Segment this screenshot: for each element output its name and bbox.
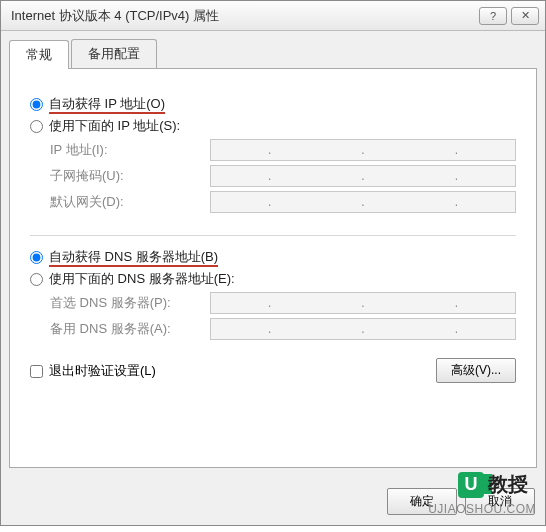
tab-general[interactable]: 常规 <box>9 40 69 69</box>
ip-manual-label: 使用下面的 IP 地址(S): <box>49 117 180 135</box>
close-icon: ✕ <box>521 9 530 22</box>
tab-alternate-label: 备用配置 <box>88 46 140 61</box>
separator <box>30 235 516 236</box>
tab-panel: 自动获得 IP 地址(O) 使用下面的 IP 地址(S): IP 地址(I): … <box>9 68 537 468</box>
subnet-row: 子网掩码(U): ... <box>50 165 516 187</box>
dns-manual-radio[interactable] <box>30 273 43 286</box>
tab-alternate[interactable]: 备用配置 <box>71 39 157 68</box>
dns-group: 自动获得 DNS 服务器地址(B) 使用下面的 DNS 服务器地址(E): 首选… <box>30 248 516 340</box>
gateway-row: 默认网关(D): ... <box>50 191 516 213</box>
ip-address-input: ... <box>210 139 516 161</box>
dialog-window: Internet 协议版本 4 (TCP/IPv4) 属性 ? ✕ 常规 备用配… <box>0 0 546 526</box>
dns-auto-row: 自动获得 DNS 服务器地址(B) <box>30 248 516 266</box>
dns-alternate-row: 备用 DNS 服务器(A): ... <box>50 318 516 340</box>
subnet-input: ... <box>210 165 516 187</box>
ip-auto-radio[interactable] <box>30 98 43 111</box>
dns-preferred-label: 首选 DNS 服务器(P): <box>50 294 210 312</box>
ok-button[interactable]: 确定 <box>387 488 457 515</box>
dns-alternate-input: ... <box>210 318 516 340</box>
titlebar: Internet 协议版本 4 (TCP/IPv4) 属性 ? ✕ <box>1 1 545 31</box>
dns-alternate-label: 备用 DNS 服务器(A): <box>50 320 210 338</box>
dns-auto-label: 自动获得 DNS 服务器地址(B) <box>49 248 218 266</box>
validate-checkbox[interactable] <box>30 365 43 378</box>
ip-auto-row: 自动获得 IP 地址(O) <box>30 95 516 113</box>
dns-preferred-row: 首选 DNS 服务器(P): ... <box>50 292 516 314</box>
help-icon: ? <box>490 10 496 22</box>
ip-address-label: IP 地址(I): <box>50 141 210 159</box>
window-title: Internet 协议版本 4 (TCP/IPv4) 属性 <box>11 7 475 25</box>
ip-address-row: IP 地址(I): ... <box>50 139 516 161</box>
dns-preferred-input: ... <box>210 292 516 314</box>
ip-manual-radio[interactable] <box>30 120 43 133</box>
gateway-input: ... <box>210 191 516 213</box>
dns-manual-label: 使用下面的 DNS 服务器地址(E): <box>49 270 235 288</box>
tab-strip: 常规 备用配置 <box>9 39 537 68</box>
help-button[interactable]: ? <box>479 7 507 25</box>
ip-auto-label: 自动获得 IP 地址(O) <box>49 95 165 113</box>
dns-auto-radio[interactable] <box>30 251 43 264</box>
validate-label: 退出时验证设置(L) <box>49 362 156 380</box>
ip-group: 自动获得 IP 地址(O) 使用下面的 IP 地址(S): IP 地址(I): … <box>30 95 516 213</box>
client-area: 常规 备用配置 自动获得 IP 地址(O) 使用下面的 IP 地址(S): <box>1 31 545 478</box>
tab-general-label: 常规 <box>26 47 52 62</box>
ip-manual-row: 使用下面的 IP 地址(S): <box>30 117 516 135</box>
subnet-label: 子网掩码(U): <box>50 167 210 185</box>
cancel-button[interactable]: 取消 <box>465 488 535 515</box>
dialog-footer: 确定 取消 <box>1 478 545 525</box>
gateway-label: 默认网关(D): <box>50 193 210 211</box>
advanced-button[interactable]: 高级(V)... <box>436 358 516 383</box>
dns-manual-row: 使用下面的 DNS 服务器地址(E): <box>30 270 516 288</box>
close-button[interactable]: ✕ <box>511 7 539 25</box>
